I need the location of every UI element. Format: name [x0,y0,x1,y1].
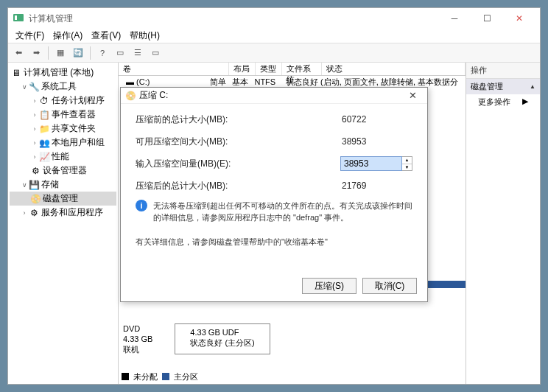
nav-back-icon[interactable]: ⬅ [11,46,26,60]
app-icon [13,13,24,24]
before-size-label: 压缩前的总计大小(MB): [136,113,283,126]
input-shrink-label: 输入压缩空间量(MB)(E): [136,158,283,170]
toolbar: ⬅ ➡ ▦ 🔄 ? ▭ ☰ ▭ [8,43,540,63]
expand-icon[interactable]: › [30,153,39,161]
tree-label: 本地用户和组 [52,136,105,149]
legend-unalloc-swatch [122,373,129,380]
triangle-up-icon: ▲ [530,83,535,90]
window-controls: ─ ☐ ✕ [438,9,535,28]
col-type[interactable]: 类型 [256,63,282,75]
computer-icon: 🖥 [11,68,21,78]
dialog-buttons: 压缩(S) 取消(C) [302,278,417,294]
tree-task-scheduler[interactable]: › ⏱ 任务计划程序 [10,94,116,108]
shrink-dialog: 📀 压缩 C: ✕ 压缩前的总计大小(MB): 60722 可用压缩空间大小(M… [120,87,428,302]
expand-icon[interactable]: › [30,97,39,105]
menu-view[interactable]: 查看(V) [87,28,125,43]
toolbar-icon[interactable]: ☰ [130,46,145,60]
tree-shared-folders[interactable]: › 📁 共享文件夹 [10,122,116,136]
avail-size-value: 38953 [342,136,366,147]
clock-icon: ⏱ [39,96,49,106]
expand-icon[interactable]: › [30,125,39,133]
toolbar-sep [90,46,91,60]
tree-label: 性能 [52,150,69,163]
collapse-icon[interactable]: ∨ [20,83,29,91]
cancel-button[interactable]: 取消(C) [362,278,417,294]
maximize-button[interactable]: ☐ [471,9,503,28]
info-text: 无法将卷压缩到超出任何不可移动的文件所在的点。有关完成该操作时间的详细信息，请参… [153,200,412,223]
dialog-titlebar: 📀 压缩 C: ✕ [121,88,427,104]
services-icon: ⚙ [29,208,39,218]
collapse-icon[interactable]: ∨ [20,181,29,189]
dialog-body: 压缩前的总计大小(MB): 60722 可用压缩空间大小(MB): 38953 … [121,104,427,301]
tree-root[interactable]: 🖥 计算机管理 (本地) [10,66,116,80]
dialog-close-button[interactable]: ✕ [402,88,423,103]
minimize-button[interactable]: ─ [438,9,471,28]
menu-file[interactable]: 文件(F) [11,28,49,43]
col-status[interactable]: 状态 [322,63,466,75]
toolbar-icon[interactable]: ▭ [113,46,127,60]
col-layout[interactable]: 布局 [229,63,256,75]
menu-help[interactable]: 帮助(H) [125,28,164,43]
nav-fwd-icon[interactable]: ➡ [29,46,43,60]
dvd-block: DVD 4.33 GB 联机 4.33 GB UDF 状态良好 (主分区) [123,323,270,354]
tree-label: 共享文件夹 [52,122,96,135]
tree-storage[interactable]: ∨ 💾 存储 [10,178,116,192]
actions-disk-mgmt[interactable]: 磁盘管理 ▲ [466,79,540,94]
toolbar-sep [48,46,49,60]
disk-icon: 📀 [125,91,136,101]
close-button[interactable]: ✕ [503,9,535,28]
device-icon: ⚙ [30,166,41,176]
dvd-summary: DVD 4.33 GB 联机 [123,323,152,354]
triangle-right-icon: ▶ [522,97,528,108]
info-icon: i [136,200,147,211]
tree-label: 设备管理器 [43,164,87,177]
tree-label: 服务和应用程序 [41,206,103,219]
expand-icon[interactable]: › [30,139,39,147]
menubar: 文件(F) 操作(A) 查看(V) 帮助(H) [8,29,540,43]
event-icon: 📋 [39,110,49,120]
col-fs[interactable]: 文件系统 [282,63,322,75]
perf-icon: 📈 [39,152,49,162]
info-message: i 无法将卷压缩到超出任何不可移动的文件所在的点。有关完成该操作时间的详细信息，… [136,200,412,223]
refresh-icon[interactable]: 🔄 [71,46,85,60]
tree-label: 事件查看器 [52,108,96,121]
legend-unalloc: 未分配 [133,371,158,382]
legend-primary-swatch [162,373,169,380]
expand-icon[interactable]: › [30,111,39,119]
tree-performance[interactable]: › 📈 性能 [10,150,116,164]
toolbar-icon[interactable]: ▭ [148,46,163,60]
avail-size-label: 可用压缩空间大小(MB): [136,136,283,148]
tree-pane: 🖥 计算机管理 (本地) ∨ 🔧 系统工具 › ⏱ 任务计划程序 › 📋 事件查… [8,63,119,384]
actions-more[interactable]: 更多操作 ▶ [466,94,540,110]
tools-icon: 🔧 [29,82,39,92]
help-icon[interactable]: ? [95,46,110,60]
actions-pane: 操作 磁盘管理 ▲ 更多操作 ▶ [466,63,540,384]
tree-event-viewer[interactable]: › 📋 事件查看器 [10,108,116,122]
users-icon: 👥 [39,138,49,148]
storage-icon: 💾 [29,180,39,190]
volume-list-header: 卷 布局 类型 文件系统 状态 [119,63,466,76]
tree-label: 磁盘管理 [43,192,78,205]
tree-services-apps[interactable]: › ⚙ 服务和应用程序 [10,206,116,220]
volume-row[interactable]: ▬ (C:) 简单 基本 NTFS 状态良好 (启动, 页面文件, 故障转储, … [119,76,466,88]
tree-label: 任务计划程序 [52,94,105,107]
tree-device-manager[interactable]: ⚙ 设备管理器 [10,164,116,178]
tree-local-users[interactable]: › 👥 本地用户和组 [10,136,116,150]
shrink-amount-input[interactable] [340,156,402,171]
dvd-partition[interactable]: 4.33 GB UDF 状态良好 (主分区) [175,323,270,354]
toolbar-icon[interactable]: ▦ [53,46,68,60]
spin-up-button[interactable]: ▲ [402,157,412,164]
tree-label: 存储 [41,178,59,191]
dialog-title: 压缩 C: [139,89,168,102]
legend: 未分配 主分区 [122,371,198,382]
menu-action[interactable]: 操作(A) [49,28,87,43]
tree-label: 系统工具 [41,80,77,93]
col-volume[interactable]: 卷 [119,63,229,75]
spin-down-button[interactable]: ▼ [402,164,412,171]
tree-disk-management[interactable]: 📀 磁盘管理 [10,192,116,206]
expand-icon[interactable]: › [20,209,29,217]
spinner: ▲ ▼ [402,156,412,171]
tree-system-tools[interactable]: ∨ 🔧 系统工具 [10,80,116,94]
before-size-value: 60722 [342,114,366,125]
shrink-button[interactable]: 压缩(S) [302,278,356,294]
